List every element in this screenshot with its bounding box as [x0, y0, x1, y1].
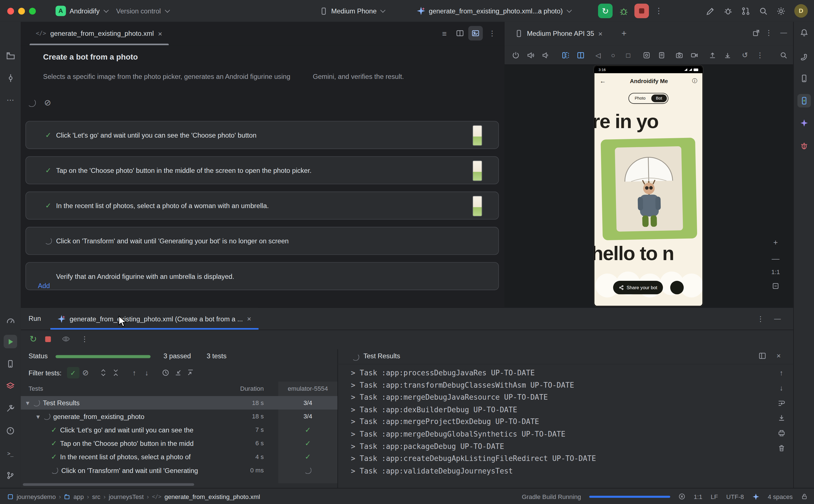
indent-setting[interactable]: 4 spaces — [768, 493, 793, 500]
build-analyzer-icon[interactable] — [724, 6, 733, 15]
test-row[interactable]: ▾ Test Results 18 s 3/4 — [21, 396, 337, 409]
project-widget[interactable]: A Androidify — [51, 3, 112, 19]
minimize-panel-icon[interactable]: — — [780, 29, 787, 36]
journey-step[interactable]: ✓ In the recent list of photos, select a… — [25, 192, 499, 220]
macos-close-button[interactable] — [7, 8, 14, 14]
stop-button[interactable] — [634, 4, 649, 18]
add-step-button[interactable]: Add — [38, 282, 50, 290]
run-more-icon[interactable]: ⋮ — [78, 333, 91, 345]
chevron-expanded-icon[interactable]: ▾ — [26, 399, 29, 407]
overview-nav-icon[interactable]: □ — [622, 49, 634, 61]
col-device[interactable]: emulator-5554 — [278, 385, 338, 392]
zoom-in-icon[interactable]: + — [770, 236, 781, 248]
breadcrumb-item[interactable]: journeysdemo — [17, 493, 56, 500]
project-tool-icon[interactable] — [4, 49, 17, 62]
snapshot-reset-icon[interactable]: ↺ — [739, 49, 751, 61]
console-layout-icon[interactable] — [758, 352, 766, 360]
running-devices-tool-icon[interactable] — [797, 94, 811, 107]
close-icon[interactable]: × — [598, 29, 603, 38]
soft-wrap-icon[interactable] — [777, 398, 786, 407]
macos-minimize-button[interactable] — [18, 8, 25, 14]
unfold-device-icon[interactable] — [575, 49, 586, 61]
show-passed-filter-icon[interactable]: ✓ — [67, 367, 79, 378]
close-icon[interactable]: × — [247, 315, 251, 323]
upload-file-icon[interactable] — [707, 49, 718, 61]
step-screenshot-thumbnail[interactable] — [472, 125, 482, 146]
profiler-tool-icon[interactable] — [4, 314, 17, 327]
notifications-bell-icon[interactable] — [797, 26, 811, 39]
caret-position[interactable]: 1:1 — [694, 493, 702, 500]
problems-tool-icon[interactable] — [4, 424, 17, 437]
settings-gear-icon[interactable] — [777, 6, 785, 15]
test-history-icon[interactable] — [159, 367, 172, 378]
previous-failed-icon[interactable]: ↑ — [128, 367, 141, 378]
show-ignored-filter-icon[interactable]: ⊘ — [79, 367, 92, 378]
search-icon[interactable] — [759, 6, 768, 15]
screenshot-settings-icon[interactable] — [641, 49, 652, 61]
install-apk-icon[interactable] — [722, 49, 733, 61]
panel-options-icon[interactable]: ⋮ — [765, 29, 773, 37]
editor-options-icon[interactable]: ⋮ — [485, 26, 499, 41]
user-avatar[interactable]: D — [794, 4, 808, 18]
gradle-status-label[interactable]: Gradle Build Running — [522, 493, 581, 500]
run-button[interactable]: ↻ — [598, 4, 613, 18]
clear-console-icon[interactable] — [777, 443, 786, 453]
zoom-out-icon[interactable]: — — [770, 252, 781, 264]
breadcrumb-item[interactable]: generate_from_existing_photo.xml — [164, 493, 260, 500]
stop-journey-icon[interactable]: ⊘ — [44, 98, 51, 107]
phone-back-icon[interactable]: ← — [600, 77, 606, 85]
horizontal-scrollbar[interactable] — [23, 483, 194, 486]
run-tab[interactable]: generate_from_existing_photo.xml (Create… — [50, 308, 258, 330]
ai-assistant-status-icon[interactable] — [752, 493, 759, 500]
app-quality-insights-tool-icon[interactable] — [4, 380, 17, 393]
lock-icon[interactable] — [801, 493, 808, 500]
editor-tab[interactable]: </> generate_from_existing_photo.xml × — [30, 22, 168, 45]
col-duration[interactable]: Duration — [214, 385, 278, 392]
volume-down-icon[interactable] — [540, 49, 551, 61]
gemini-tool-icon[interactable] — [797, 116, 811, 130]
device-selector[interactable]: Medium Phone — [316, 3, 389, 19]
close-icon[interactable]: × — [158, 29, 162, 38]
pull-request-icon[interactable] — [741, 6, 750, 15]
journey-step[interactable]: ✓ Click 'Let's go' and wait until you ca… — [25, 121, 499, 149]
power-icon[interactable] — [510, 49, 521, 61]
photo-bot-toggle[interactable]: Photo Bot — [629, 93, 669, 104]
next-failed-icon[interactable]: ↓ — [140, 367, 153, 378]
rerun-tests-icon[interactable]: ↻ — [27, 333, 40, 345]
export-results-icon[interactable] — [184, 367, 197, 378]
volume-up-icon[interactable] — [525, 49, 536, 61]
emulator-more-icon[interactable]: ⋮ — [754, 49, 766, 61]
gradle-tool-icon[interactable] — [797, 50, 811, 64]
run-configuration-selector[interactable]: generate_from_existing_photo.xml...a pho… — [413, 3, 575, 19]
minimize-panel-icon[interactable]: — — [774, 315, 781, 322]
cancel-build-icon[interactable] — [679, 493, 685, 500]
scroll-up-icon[interactable]: ↑ — [777, 368, 786, 377]
vcs-widget[interactable]: Version control — [112, 3, 173, 19]
expand-all-icon[interactable] — [97, 367, 109, 378]
test-row[interactable]: ✓ Tap on the 'Choose photo' button in th… — [21, 437, 337, 450]
import-results-icon[interactable] — [172, 367, 184, 378]
screen-record-icon[interactable] — [688, 49, 700, 61]
device-tab[interactable]: Medium Phone API 35 × — [512, 22, 606, 45]
macos-zoom-button[interactable] — [29, 8, 36, 14]
stop-tests-icon[interactable] — [41, 333, 54, 345]
more-tool-windows-icon[interactable]: ⋯ — [4, 93, 17, 107]
scroll-down-icon[interactable]: ↓ — [777, 383, 786, 392]
watch-icon[interactable] — [60, 333, 72, 345]
commit-tool-icon[interactable] — [4, 71, 17, 84]
split-view-icon[interactable] — [453, 26, 467, 41]
file-encoding[interactable]: UTF-8 — [726, 493, 744, 500]
step-screenshot-thumbnail[interactable] — [472, 160, 482, 181]
open-in-window-icon[interactable] — [752, 29, 760, 37]
line-separator[interactable]: LF — [711, 493, 718, 500]
test-row[interactable]: ✓ In the recent list of photos, select a… — [21, 450, 337, 463]
scroll-to-end-icon[interactable] — [777, 413, 786, 422]
toggle-bot-segment[interactable]: Bot — [651, 95, 667, 102]
chevron-expanded-icon[interactable]: ▾ — [36, 413, 40, 420]
panel-options-icon[interactable]: ⋮ — [757, 315, 764, 323]
more-actions-icon[interactable]: ⋮ — [654, 6, 664, 15]
code-view-icon[interactable]: ≡ — [437, 26, 452, 41]
home-nav-icon[interactable]: ○ — [607, 49, 619, 61]
zoom-mode-icon[interactable] — [778, 49, 789, 61]
device-explorer-tool-icon[interactable] — [797, 72, 811, 85]
